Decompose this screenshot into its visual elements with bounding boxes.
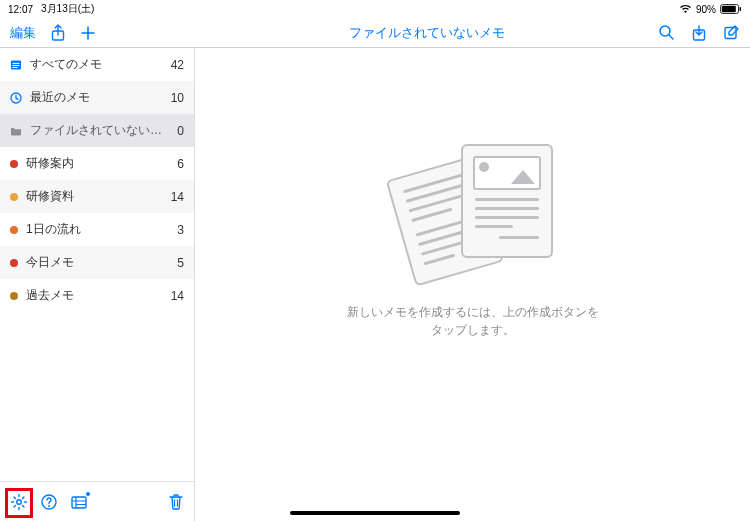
sidebar-item-count: 0: [177, 124, 184, 138]
share-icon[interactable]: [50, 24, 66, 42]
help-icon[interactable]: [40, 493, 58, 511]
gear-icon[interactable]: [10, 493, 28, 511]
sidebar-item-count: 3: [177, 223, 184, 237]
trash-icon[interactable]: [168, 493, 184, 511]
color-dot-icon: [10, 259, 18, 267]
empty-state-text: 新しいメモを作成するには、上の作成ボタンをタップします。: [343, 303, 603, 339]
top-toolbar: 編集 ファイルされていないメモ: [0, 18, 750, 48]
sidebar: すべてのメモ 42 最近のメモ 10 ファイルされていないメモ 0 研修案内: [0, 48, 195, 521]
sidebar-item-count: 42: [171, 58, 184, 72]
clock-icon: [10, 92, 22, 104]
sidebar-item-folder[interactable]: 研修資料 14: [0, 180, 194, 213]
organizer-icon[interactable]: [70, 493, 88, 511]
battery-icon: [720, 4, 742, 14]
content-area: 新しいメモを作成するには、上の作成ボタンをタップします。: [195, 48, 750, 521]
badge-dot-icon: [85, 491, 91, 497]
sidebar-item-recent[interactable]: 最近のメモ 10: [0, 81, 194, 114]
sidebar-bottom-toolbar: [0, 481, 194, 521]
sidebar-list: すべてのメモ 42 最近のメモ 10 ファイルされていないメモ 0 研修案内: [0, 48, 194, 481]
sidebar-item-label: すべてのメモ: [30, 56, 163, 73]
sidebar-item-label: 研修資料: [26, 188, 163, 205]
sidebar-item-folder[interactable]: 今日メモ 5: [0, 246, 194, 279]
svg-rect-2: [740, 7, 742, 11]
sidebar-item-folder[interactable]: 1日の流れ 3: [0, 213, 194, 246]
sidebar-item-all-notes[interactable]: すべてのメモ 42: [0, 48, 194, 81]
edit-button[interactable]: 編集: [10, 24, 36, 42]
empty-state-illustration: [383, 140, 563, 285]
color-dot-icon: [10, 193, 18, 201]
compose-icon[interactable]: [723, 24, 740, 41]
sidebar-item-label: 過去メモ: [26, 287, 163, 304]
sidebar-item-label: ファイルされていないメモ: [30, 122, 169, 139]
home-indicator[interactable]: [290, 511, 460, 515]
sidebar-item-label: 今日メモ: [26, 254, 169, 271]
sidebar-item-count: 14: [171, 190, 184, 204]
color-dot-icon: [10, 226, 18, 234]
svg-rect-9: [13, 65, 20, 66]
svg-rect-15: [72, 497, 86, 508]
sidebar-item-unfiled[interactable]: ファイルされていないメモ 0: [0, 114, 194, 147]
sidebar-item-label: 研修案内: [26, 155, 169, 172]
search-icon[interactable]: [658, 24, 675, 41]
sidebar-item-folder[interactable]: 研修案内 6: [0, 147, 194, 180]
sidebar-item-folder[interactable]: 過去メモ 14: [0, 279, 194, 312]
plus-icon[interactable]: [80, 25, 96, 41]
status-time: 12:07: [8, 4, 33, 15]
sidebar-item-count: 6: [177, 157, 184, 171]
sidebar-item-count: 10: [171, 91, 184, 105]
color-dot-icon: [10, 292, 18, 300]
svg-rect-10: [13, 67, 18, 68]
sidebar-item-count: 14: [171, 289, 184, 303]
page-title: ファイルされていないメモ: [195, 24, 658, 42]
svg-rect-8: [13, 63, 20, 64]
svg-point-12: [17, 499, 22, 504]
sidebar-item-label: 最近のメモ: [30, 89, 163, 106]
download-icon[interactable]: [691, 24, 707, 42]
sidebar-item-count: 5: [177, 256, 184, 270]
sidebar-item-label: 1日の流れ: [26, 221, 169, 238]
wifi-icon: [679, 4, 692, 14]
folder-icon: [10, 125, 22, 137]
all-notes-icon: [10, 59, 22, 71]
svg-rect-1: [722, 6, 736, 12]
status-date: 3月13日(土): [41, 2, 94, 16]
svg-point-14: [48, 505, 50, 507]
battery-percent: 90%: [696, 4, 716, 15]
color-dot-icon: [10, 160, 18, 168]
status-bar: 12:07 3月13日(土) 90%: [0, 0, 750, 18]
